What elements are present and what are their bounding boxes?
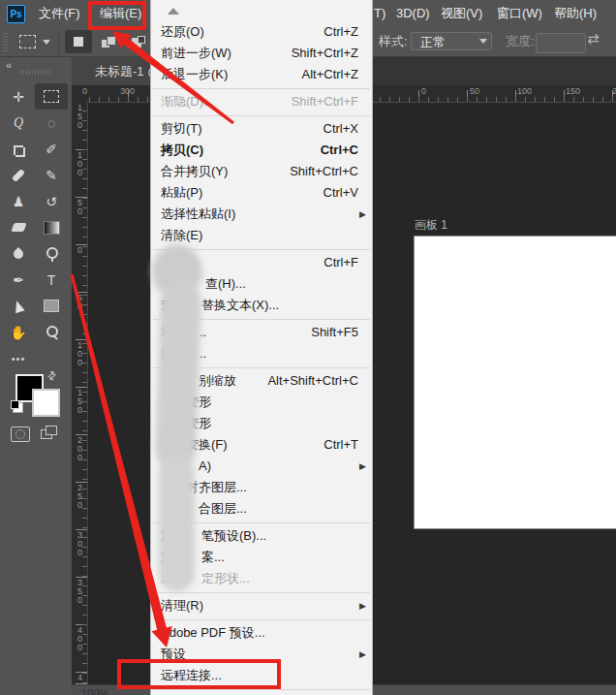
menu-item-merge-copy[interactable]: 合并拷贝(Y)Shift+Ctrl+C [151,161,372,182]
menu-item-search[interactable]: Ctrl+F [151,252,372,273]
menu-item-paste[interactable]: 粘贴(P)Ctrl+V [151,182,372,204]
path-select-tool[interactable] [2,293,35,319]
v-ruler-label: 100 [76,341,84,367]
v-ruler-label: 400 [76,626,84,652]
dodge-tool-icon [46,247,57,261]
move-tool[interactable]: ✛ [2,83,35,110]
h-ruler-label: 150 [566,86,580,96]
brush-tool-icon: ✎ [46,168,57,183]
collapse-panel-icon[interactable]: « [6,59,11,71]
menu-scroll-up-icon[interactable] [168,8,179,15]
chevron-down-icon[interactable] [479,39,487,44]
brush-tool[interactable]: ✎ [35,162,68,188]
clone-stamp-tool[interactable]: ♟ [2,188,35,214]
menu-item-purge[interactable]: 清理(R)▶ [151,595,372,616]
swap-dimensions-icon[interactable]: ⇄ [587,30,600,47]
menu-item-clear[interactable]: 清除(E) [151,225,372,246]
eyedropper-tool[interactable]: ✐ [35,136,68,162]
background-color-swatch[interactable] [32,389,60,417]
history-brush-tool[interactable]: ↺ [35,188,68,214]
chevron-down-icon[interactable] [43,40,50,45]
menu-item-transform[interactable]: A)▶ [151,456,372,477]
quick-select-tool[interactable]: ◌ [35,110,68,136]
zoom-tool[interactable] [35,319,68,345]
blur-tool[interactable] [2,240,35,267]
menu-help[interactable]: 帮助(H) [554,0,597,27]
v-ruler-label: 150 [76,104,84,130]
new-selection-button[interactable] [65,30,92,53]
default-colors-icon[interactable] [13,402,23,413]
menu-item-check-spelling[interactable]: 查(H)... [151,273,372,295]
menu-separator [151,686,372,692]
menu-item-paste-special[interactable]: 选择性粘贴(I)▶ [151,204,372,225]
v-ruler-label: 50 [76,294,84,311]
menu-item-define-brush-preset[interactable]: 定笔预设(B)... [151,525,372,547]
zoom-level[interactable]: 100% [81,687,108,695]
menu-item-adobe-pdf-presets[interactable]: Adobe PDF 预设... [151,622,372,644]
menu-item-perspective-warp[interactable]: 变形 [151,413,372,434]
crop-tool[interactable] [2,136,35,162]
menu-item-puppet-warp[interactable]: 变形 [151,392,372,413]
menu-item-fill[interactable]: 填..Shift+F5 [151,322,372,343]
options-grip[interactable] [3,33,8,51]
menu-item-free-transform[interactable]: 变换(F)Ctrl+T [151,434,372,456]
menu-window[interactable]: 窗口(W) [497,0,542,27]
menu-item-auto-align-layers[interactable]: 对齐图层... [151,477,372,498]
menu-item-cut[interactable]: 剪切(T)Ctrl+X [151,118,372,140]
menu-file[interactable]: 文件(F) [39,0,80,27]
menu-type-fragment[interactable]: T) [374,0,385,27]
marquee-tool[interactable] [35,83,68,110]
menu-item-auto-blend-layers[interactable]: 合图层... [151,498,372,520]
v-ruler-label: 50 [76,199,84,216]
width-label: 宽度: [506,27,535,56]
menu-item-stroke[interactable]: 描.. [151,343,372,364]
type-tool[interactable]: T [35,267,68,293]
menu-item-copy[interactable]: 拷贝(C)Ctrl+C [151,140,372,161]
menu-3d[interactable]: 3D(D) [396,0,430,27]
menu-item-find-replace-text[interactable]: 查替换文本(X)... [151,295,372,316]
lasso-tool[interactable]: Q [2,110,35,136]
gradient-tool[interactable] [35,214,68,240]
dodge-tool[interactable] [35,240,68,267]
menu-edit[interactable]: 编辑(E) [100,0,141,27]
menu-item-step-backward[interactable]: 后退一步(K)Alt+Ctrl+Z [151,64,372,85]
pen-tool[interactable]: ✒ [2,267,35,293]
photoshop-logo-icon: Ps [7,5,25,23]
menu-shortcut: Ctrl+Z [323,21,358,43]
quick-mask-icon[interactable] [11,426,30,442]
subtract-selection-button[interactable] [124,30,151,53]
menu-item-undo[interactable]: 还原(O)Ctrl+Z [151,21,372,43]
menu-item-define-pattern[interactable]: 定案... [151,547,372,568]
eyedropper-tool-icon: ✐ [46,142,57,157]
v-ruler-label: 100 [76,151,84,177]
menu-item-fade[interactable]: 渐隐(D)...Shift+Ctrl+F [151,91,372,112]
subtract-selection-icon [132,36,144,47]
more-tools[interactable]: ••• [2,345,35,371]
healing-brush-tool[interactable] [2,162,35,188]
shape-tool[interactable] [35,293,68,319]
artboard[interactable] [414,236,616,529]
menu-item-step-forward[interactable]: 前进一步(W)Shift+Ctrl+Z [151,43,372,64]
submenu-arrow-icon: ▶ [359,595,366,616]
menu-shortcut: Shift+Ctrl+Z [292,43,358,64]
eraser-tool[interactable] [2,214,35,240]
hand-tool[interactable]: ✋ [2,319,35,345]
history-brush-tool-icon: ↺ [46,194,57,209]
artboard-label[interactable]: 画板 1 [415,217,447,234]
menu-item-presets[interactable]: 预设▶ [151,644,372,665]
tools-panel-grip[interactable] [20,70,51,75]
menu-view[interactable]: 视图(V) [441,0,482,27]
menu-item-define-custom-shape[interactable]: 定定形状... [151,568,372,589]
menu-shortcut: Ctrl+V [323,182,358,204]
screen-mode-icon[interactable] [41,426,58,440]
vertical-ruler[interactable]: 150100500501001502002503003504004 [72,103,88,684]
submenu-arrow-icon: ▶ [359,204,366,225]
width-input[interactable] [536,33,586,53]
menu-item-content-aware-scale[interactable]: 别缩放Alt+Shift+Ctrl+C [151,370,372,392]
tool-preset-icon[interactable] [19,35,36,48]
menu-shortcut: Alt+Shift+Ctrl+C [267,370,358,392]
menu-item-remote-connections[interactable]: 远程连接... [151,665,372,686]
marquee-tool-icon [44,90,59,103]
add-to-selection-button[interactable] [95,30,122,53]
type-tool-icon: T [47,272,56,288]
